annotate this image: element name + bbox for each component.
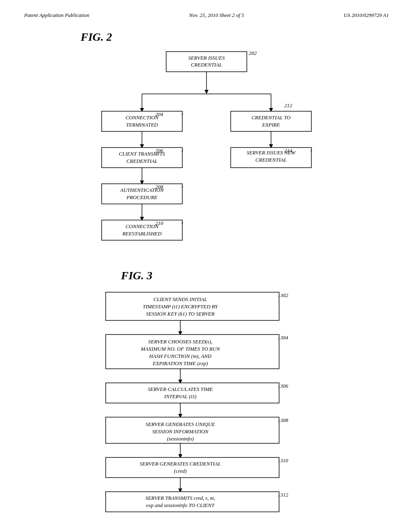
svg-text:EXPIRATION TIME (exp): EXPIRATION TIME (exp) (152, 360, 208, 366)
svg-text:306: 306 (280, 383, 288, 389)
svg-text:PROCEDURE: PROCEDURE (126, 194, 158, 200)
svg-text:208: 208 (155, 184, 163, 190)
svg-text:CREDENTIAL TO: CREDENTIAL TO (252, 114, 291, 121)
svg-text:(sessioninfo): (sessioninfo) (167, 436, 194, 442)
svg-text:MAXIMUM NO. OF TIMES TO RUN: MAXIMUM NO. OF TIMES TO RUN (140, 346, 221, 352)
svg-text:INTERVAL (t3): INTERVAL (t3) (164, 393, 196, 399)
svg-text:SESSION INFORMATION: SESSION INFORMATION (152, 428, 209, 434)
fig2-title: FIG. 2 (81, 31, 112, 43)
svg-text:312: 312 (280, 492, 288, 498)
svg-text:SERVER ISSUES: SERVER ISSUES (188, 55, 225, 61)
svg-text:SERVER CALCULATES TIME: SERVER CALCULATES TIME (148, 386, 213, 392)
svg-text:exp and sessioninfo TO CLIENT: exp and sessioninfo TO CLIENT (146, 502, 215, 508)
svg-text:204: 204 (155, 111, 163, 117)
svg-text:CONNECTION: CONNECTION (125, 223, 159, 229)
page: Patent Application Publication Nov. 25, … (0, 0, 413, 532)
fig2-svg: SERVER ISSUES CREDENTIAL 202 CONNECTION … (90, 48, 323, 249)
figure-3-section: FIG. 3 CLIENT SENDS INITIAL TIMESTAMP (t… (24, 269, 389, 532)
header-middle: Nov. 25, 2010 Sheet 2 of 5 (189, 12, 244, 19)
svg-text:308: 308 (280, 417, 288, 423)
svg-text:TERMINATED: TERMINATED (126, 122, 159, 128)
svg-text:214: 214 (284, 148, 292, 154)
svg-text:SERVER CHOOSES SEED(s),: SERVER CHOOSES SEED(s), (148, 339, 213, 345)
svg-text:212: 212 (284, 102, 292, 108)
svg-text:SESSION KEY (k1) TO SERVER: SESSION KEY (k1) TO SERVER (146, 311, 215, 317)
svg-text:SERVER GENERATES UNIQUE: SERVER GENERATES UNIQUE (146, 421, 215, 427)
fig3-flowchart: CLIENT SENDS INITIAL TIMESTAMP (t1) ENCR… (24, 288, 389, 532)
svg-text:HASH FUNCTION (m), AND: HASH FUNCTION (m), AND (149, 353, 212, 359)
svg-text:CREDENTIAL: CREDENTIAL (126, 158, 157, 164)
svg-text:CLIENT SENDS INITIAL: CLIENT SENDS INITIAL (153, 296, 207, 302)
svg-text:310: 310 (280, 457, 288, 463)
fig2-flowchart: SERVER ISSUES CREDENTIAL 202 CONNECTION … (24, 48, 389, 249)
header-right: US 2010/0299729 A1 (344, 12, 389, 19)
fig3-svg: CLIENT SENDS INITIAL TIMESTAMP (t1) ENCR… (86, 288, 327, 532)
figure-2-section: FIG. 2 SERVER ISSUES CREDENTIAL 202 (24, 31, 389, 249)
svg-text:304: 304 (280, 335, 288, 341)
fig3-title: FIG. 3 (121, 269, 152, 282)
svg-marker-5 (204, 90, 209, 94)
svg-text:EXPIRE: EXPIRE (262, 122, 280, 128)
header-left: Patent Application Publication (24, 12, 90, 19)
svg-text:CREDENTIAL: CREDENTIAL (255, 157, 286, 163)
svg-text:(cred): (cred) (174, 468, 186, 474)
svg-text:SERVER GENERATES CREDENTIAL: SERVER GENERATES CREDENTIAL (140, 461, 221, 467)
page-header: Patent Application Publication Nov. 25, … (24, 12, 389, 19)
svg-text:202: 202 (249, 50, 257, 56)
svg-text:REESTABLISHED: REESTABLISHED (122, 231, 162, 237)
svg-text:SERVER TRANSMITS cred, s, m,: SERVER TRANSMITS cred, s, m, (146, 495, 215, 501)
svg-text:302: 302 (280, 292, 288, 298)
svg-text:210: 210 (155, 220, 163, 226)
svg-text:CREDENTIAL: CREDENTIAL (191, 62, 222, 68)
svg-text:CONNECTION: CONNECTION (125, 114, 159, 121)
svg-text:206: 206 (155, 148, 163, 154)
svg-text:TIMESTAMP (t1) ENCRYPTED BY: TIMESTAMP (t1) ENCRYPTED BY (143, 303, 219, 310)
